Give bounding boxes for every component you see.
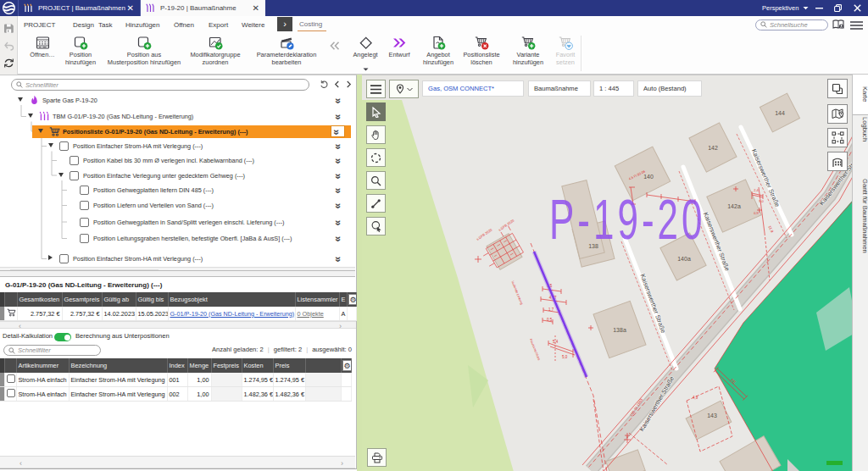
double-chevron-icon[interactable]: » [332, 236, 344, 242]
detail-kalkulation-toggle[interactable] [54, 333, 71, 341]
scroll-right-icon[interactable]: › [341, 459, 343, 468]
menu-task[interactable]: Task [98, 21, 112, 29]
table2-horizontal-scrollbar[interactable]: ‹› [0, 456, 355, 468]
col-bezugsobjekt[interactable]: Bezugsobjekt [168, 292, 295, 307]
tree-checkbox[interactable] [80, 186, 89, 195]
reset-filter-icon[interactable] [320, 80, 329, 89]
ribbon-modifikatorgruppe[interactable]: Modifikatorgruppe zuordnen [175, 36, 255, 66]
tool-select[interactable] [366, 103, 386, 121]
table-row[interactable]: Strom-HA einfach Einfacher Strom-HA mit … [0, 387, 351, 402]
col-gueltig-bis[interactable]: Gültig bis [136, 292, 168, 307]
scroll-left-icon[interactable]: ‹ [19, 459, 22, 468]
tree-filter-input[interactable]: Schnellfilter [11, 79, 309, 91]
expander-icon[interactable] [18, 97, 23, 102]
col-gesamtkosten[interactable]: Gesamtkosten [17, 292, 62, 307]
double-chevron-icon[interactable]: » [332, 158, 344, 164]
tree-checkbox[interactable] [70, 156, 79, 165]
scroll-right-icon[interactable]: › [339, 322, 342, 330]
tree-checkbox[interactable] [80, 218, 89, 227]
side-tab-gantt[interactable]: Gantt für Baumaßnahmen [853, 157, 868, 275]
row-checkbox[interactable] [7, 389, 15, 397]
close-tab-icon[interactable]: ✕ [253, 4, 259, 13]
side-tab-karte[interactable]: Karte [853, 75, 868, 115]
double-chevron-icon[interactable]: » [332, 173, 344, 179]
location-dropdown[interactable] [389, 80, 419, 98]
ribbon-parameterdeklaration[interactable]: Parameterdeklaration bearbeiten [244, 36, 329, 66]
double-chevron-icon[interactable]: » [332, 219, 344, 225]
expander-icon[interactable] [48, 143, 53, 147]
double-chevron-icon[interactable]: » [332, 257, 344, 263]
tree-checkbox[interactable] [80, 201, 89, 210]
tree-item[interactable]: Position Gehwegplatten liefern DIN 485 (… [0, 184, 355, 197]
menu-hinzufuegen[interactable]: Hinzufügen [125, 21, 159, 29]
tree-item[interactable]: Position Leitungsgraben herstellen, befe… [0, 232, 355, 245]
scroll-left-icon[interactable]: ‹ [19, 322, 21, 330]
menu-overflow-button[interactable]: › [277, 17, 292, 32]
menu-oeffnen[interactable]: Öffnen [174, 21, 194, 29]
tool-lasso[interactable] [366, 217, 386, 236]
city-button[interactable] [827, 152, 848, 171]
undo-icon[interactable] [3, 41, 14, 52]
menu-weitere[interactable]: Weitere [242, 21, 264, 29]
col-gueltig-ab[interactable]: Gültig ab [102, 292, 136, 307]
tree-item[interactable]: Position Liefern und Verteilen von Sand … [0, 199, 355, 212]
tool-select-circle[interactable] [366, 148, 386, 167]
map-menu-button[interactable] [366, 80, 386, 98]
col-festpreis[interactable]: Festpreis [211, 358, 242, 373]
tool-measure[interactable] [366, 194, 386, 213]
tool-pan[interactable] [366, 125, 386, 144]
minimize-button[interactable] [809, 0, 829, 16]
tree-item[interactable]: TBM G-01/P-19-20 (Gas ND-Leitung - Erwei… [0, 110, 355, 123]
gear-icon[interactable]: ⚙ [342, 360, 352, 371]
next-icon[interactable] [346, 80, 352, 88]
table-row[interactable]: Strom-HA einfach Einfacher Strom-HA mit … [0, 373, 351, 387]
panel-splitter[interactable] [0, 270, 355, 277]
double-chevron-icon[interactable]: » [332, 188, 344, 194]
restore-button[interactable] [827, 0, 848, 16]
col-kosten[interactable]: Kosten [242, 358, 273, 373]
print-button[interactable] [367, 448, 387, 467]
expander-icon[interactable] [28, 114, 33, 118]
row-actions-box[interactable]: » [331, 125, 345, 138]
tree-checkbox[interactable] [59, 254, 69, 263]
col-e[interactable]: E [339, 292, 347, 307]
double-chevron-icon[interactable]: » [332, 97, 344, 103]
close-button[interactable] [847, 0, 867, 16]
expander-icon[interactable] [38, 129, 43, 133]
tree-item[interactable]: Position Einfacher Strom-HA mit Verlegun… [0, 140, 355, 152]
view-layers-button[interactable] [827, 79, 848, 98]
report-icon[interactable] [832, 19, 844, 30]
tree-item[interactable]: Position Einfache Verlegung unter gedeck… [0, 169, 355, 182]
expander-icon[interactable] [58, 173, 64, 177]
tree-item[interactable]: Position Kabel bis 30 mm Ø verlegen incl… [0, 154, 355, 167]
col-menge[interactable]: Menge [187, 358, 211, 373]
map-view[interactable]: 150 St 1993s.GFB 2020s.GFB 2020laufende … [362, 75, 852, 471]
basemap-button[interactable] [827, 104, 848, 124]
menu-export[interactable]: Export [209, 21, 228, 29]
tree-item[interactable]: Position Einfacher Strom-HA mit Verlegun… [0, 252, 355, 265]
menu-design[interactable]: Design [73, 21, 94, 29]
tree-checkbox[interactable] [80, 234, 89, 243]
col-gesamtpreis[interactable]: Gesamtpreis [62, 292, 102, 307]
tree-checkbox[interactable] [59, 141, 69, 151]
row-checkbox[interactable] [7, 374, 15, 383]
refresh-icon[interactable] [3, 58, 14, 69]
menu-project[interactable]: PROJECT [24, 21, 55, 29]
transform-button[interactable] [827, 128, 848, 147]
tool-zoom[interactable] [366, 171, 386, 190]
table-row[interactable]: 2.757,32 € 2.757,32 € 14.02.2023 15.05.2… [0, 307, 356, 321]
bezugsobjekt-link[interactable]: G-01/P-19-20 (Gas ND-Leitung - Erweiteru… [170, 310, 295, 318]
close-tab-icon[interactable]: ✕ [127, 4, 134, 13]
table1-horizontal-scrollbar[interactable]: ‹› [0, 321, 356, 329]
gear-icon[interactable]: ⚙ [348, 294, 357, 305]
col-index[interactable]: Index [167, 358, 187, 373]
scale-field[interactable]: 1 : 445 [593, 80, 634, 97]
tree-item[interactable]: Sparte Gas P-19-20» [0, 94, 355, 107]
tree-item[interactable]: Positionsliste G-01/P-19-20 (Gas ND-Leit… [0, 125, 355, 138]
double-chevron-icon[interactable]: » [332, 203, 344, 209]
save-icon[interactable] [3, 23, 14, 34]
col-bezeichnung[interactable]: Bezeichnung [69, 358, 167, 373]
double-chevron-icon[interactable]: » [332, 144, 344, 150]
perspectives-menu[interactable]: Perspektiven [762, 4, 809, 12]
double-chevron-icon[interactable]: » [332, 114, 344, 120]
